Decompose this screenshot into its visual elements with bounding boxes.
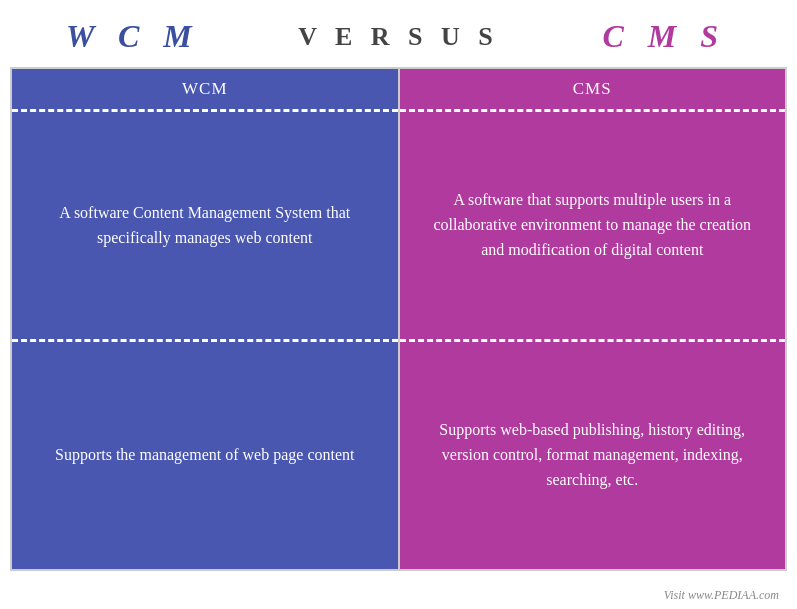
cms-cell-1: A software that supports multiple users … <box>400 112 786 339</box>
wcm-cell-1: A software Content Management System tha… <box>12 112 398 339</box>
header-row: W C M V E R S U S C M S <box>0 0 797 67</box>
page-container: W C M V E R S U S C M S WCM A software C… <box>0 0 797 609</box>
footer-text: Visit www.PEDIAA.com <box>664 588 779 603</box>
header-wcm: W C M <box>0 18 266 55</box>
header-cms: C M S <box>531 18 797 55</box>
cms-column-header: CMS <box>400 69 786 112</box>
wcm-cell-2: Supports the management of web page cont… <box>12 342 398 569</box>
cms-title: C M S <box>602 18 726 54</box>
versus-title: V E R S U S <box>298 22 499 51</box>
wcm-column-header: WCM <box>12 69 398 112</box>
cms-column: CMS A software that supports multiple us… <box>400 69 786 569</box>
footer: Visit www.PEDIAA.com <box>0 581 797 609</box>
header-versus: V E R S U S <box>266 22 532 52</box>
wcm-title: W C M <box>66 18 200 54</box>
comparison-table: WCM A software Content Management System… <box>10 67 787 571</box>
wcm-column: WCM A software Content Management System… <box>12 69 400 569</box>
cms-cell-2: Supports web-based publishing, history e… <box>400 342 786 569</box>
